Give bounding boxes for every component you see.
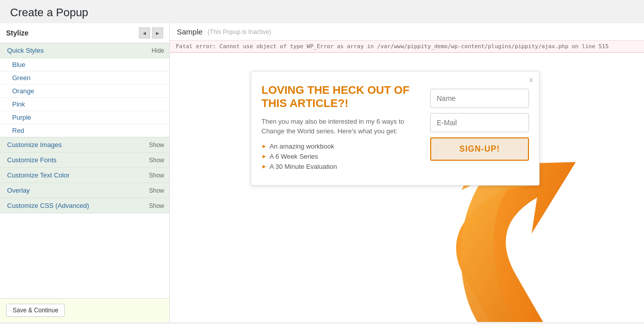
style-item-pink[interactable]: Pink — [0, 98, 169, 111]
quick-styles-toggle: Hide — [151, 47, 164, 54]
save-row: Save & Continue — [0, 298, 169, 322]
email-input[interactable] — [430, 113, 529, 132]
style-item-red[interactable]: Red — [0, 124, 169, 137]
stylize-title: Stylize — [6, 29, 28, 37]
left-panel: Stylize ◄ ► Quick Styles Hide Blue Green… — [0, 23, 170, 322]
popup-list-item-2: ► A 6 Week Series — [261, 153, 420, 160]
page-title: Create a Popup — [10, 6, 634, 19]
style-item-purple[interactable]: Purple — [0, 111, 169, 124]
popup-close-button[interactable]: x — [529, 76, 533, 84]
quick-styles-content: Blue Green Orange Pink Purple Red — [0, 58, 169, 137]
overlay-toggle: Show — [149, 187, 164, 194]
nav-next-button[interactable]: ► — [152, 27, 163, 39]
inactive-label: (This Popup is Inactive) — [208, 28, 271, 35]
section-customize-fonts[interactable]: Customize Fonts Show — [0, 153, 169, 168]
popup-list-item-3: ► A 30 Minute Evaluation — [261, 163, 420, 170]
section-quick-styles[interactable]: Quick Styles Hide — [0, 43, 169, 58]
popup-list-item-1: ► An amazing workbook — [261, 142, 420, 150]
popup-left: LOVING THE HECK OUT OF THIS ARTICLE?! Th… — [261, 84, 420, 173]
style-item-orange[interactable]: Orange — [0, 85, 169, 98]
stylize-nav: ◄ ► — [139, 27, 163, 39]
customize-fonts-label: Customize Fonts — [7, 156, 57, 164]
error-bar: Fatal error: Cannot use object of type W… — [170, 41, 644, 53]
customize-css-toggle: Show — [149, 202, 164, 209]
list-arrow-icon-1: ► — [261, 143, 267, 149]
quick-styles-label: Quick Styles — [7, 47, 44, 54]
signup-button[interactable]: SIGN-UP! — [430, 137, 529, 161]
name-input[interactable] — [430, 89, 529, 108]
popup-heading: LOVING THE HECK OUT OF THIS ARTICLE?! — [261, 84, 420, 111]
list-arrow-icon-3: ► — [261, 163, 267, 169]
style-item-blue[interactable]: Blue — [0, 58, 169, 71]
popup-right: SIGN-UP! — [430, 84, 529, 173]
customize-images-toggle: Show — [149, 141, 164, 149]
main-layout: Stylize ◄ ► Quick Styles Hide Blue Green… — [0, 23, 644, 322]
section-customize-text-color[interactable]: Customize Text Color Show — [0, 168, 169, 183]
popup-body: Then you may also be interested in my 6 … — [261, 117, 420, 136]
customize-text-color-toggle: Show — [149, 172, 164, 179]
customize-css-label: Customize CSS (Advanced) — [7, 202, 89, 209]
popup-inner: LOVING THE HECK OUT OF THIS ARTICLE?! Th… — [261, 84, 529, 173]
popup-list: ► An amazing workbook ► A 6 Week Series … — [261, 142, 420, 170]
overlay-label: Overlay — [7, 187, 30, 194]
save-continue-button[interactable]: Save & Continue — [6, 304, 65, 317]
section-customize-css[interactable]: Customize CSS (Advanced) Show — [0, 198, 169, 213]
page-header: Create a Popup — [0, 0, 644, 23]
customize-fonts-toggle: Show — [149, 157, 164, 164]
sample-label: Sample — [177, 27, 203, 36]
list-arrow-icon-2: ► — [261, 153, 267, 159]
style-item-green[interactable]: Green — [0, 71, 169, 85]
right-panel: Sample (This Popup is Inactive) Fatal er… — [170, 23, 644, 322]
customize-text-color-label: Customize Text Color — [7, 171, 69, 179]
customize-images-label: Customize Images — [7, 141, 62, 149]
nav-prev-button[interactable]: ◄ — [139, 27, 150, 39]
sample-content: Fatal error: Cannot use object of type W… — [170, 41, 644, 322]
popup-preview: x LOVING THE HECK OUT OF THIS ARTICLE?! … — [251, 71, 540, 186]
section-customize-images[interactable]: Customize Images Show — [0, 137, 169, 153]
stylize-header: Stylize ◄ ► — [0, 23, 169, 43]
section-overlay[interactable]: Overlay Show — [0, 183, 169, 198]
sample-header: Sample (This Popup is Inactive) — [170, 23, 644, 41]
